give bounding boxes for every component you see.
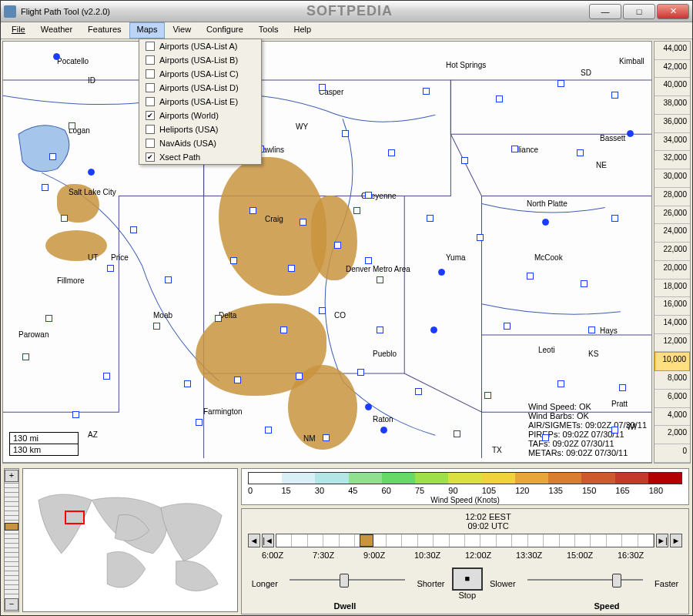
airport-marker[interactable] (53, 53, 60, 60)
zoom-in-button[interactable]: + (5, 470, 18, 482)
airport-marker[interactable] (461, 157, 468, 164)
menu-tools[interactable]: Tools (251, 22, 286, 38)
airport-marker[interactable] (300, 219, 306, 226)
airport-marker[interactable] (296, 373, 303, 380)
airport-marker[interactable] (103, 373, 110, 380)
menu-features[interactable]: Features (80, 22, 129, 38)
airport-marker[interactable] (415, 388, 422, 395)
airport-marker[interactable] (581, 280, 588, 287)
altitude-option[interactable]: 8,000 (654, 371, 690, 390)
dwell-slider[interactable] (290, 579, 405, 594)
airport-marker[interactable] (45, 315, 52, 322)
altitude-option[interactable]: 40,000 (654, 78, 690, 96)
airport-marker[interactable] (380, 427, 387, 434)
airport-marker[interactable] (130, 226, 137, 233)
airport-marker[interactable] (627, 130, 634, 137)
airport-marker[interactable] (249, 207, 256, 214)
speed-slider[interactable] (527, 579, 643, 594)
airport-marker[interactable] (280, 326, 287, 333)
airport-marker[interactable] (430, 326, 437, 333)
speed-thumb[interactable] (612, 574, 621, 588)
airport-marker[interactable] (557, 80, 564, 87)
altitude-option[interactable]: 22,000 (654, 243, 690, 261)
airport-marker[interactable] (542, 219, 549, 226)
airport-marker[interactable] (365, 257, 372, 264)
airport-marker[interactable] (388, 149, 395, 156)
menu-maps[interactable]: Maps (129, 22, 166, 38)
map-canvas[interactable]: 130 mi 130 km Wind Speed: OKWind Barbs: … (3, 42, 651, 463)
airport-marker[interactable] (577, 149, 584, 156)
airport-marker[interactable] (557, 380, 564, 387)
airport-marker[interactable] (527, 273, 534, 280)
time-jump-fwd[interactable]: ►| (656, 534, 668, 547)
airport-marker[interactable] (357, 369, 364, 376)
airport-marker[interactable] (234, 377, 241, 383)
maps-menu-item[interactable]: Airports (USA-List B) (139, 53, 261, 67)
altitude-option[interactable]: 0 (654, 444, 690, 463)
airport-marker[interactable] (438, 269, 445, 276)
airport-marker[interactable] (323, 434, 330, 441)
airport-marker[interactable] (107, 265, 114, 272)
airport-marker[interactable] (319, 307, 326, 314)
altitude-option[interactable]: 10,000 (654, 352, 690, 371)
altitude-option[interactable]: 16,000 (654, 297, 690, 316)
airport-marker[interactable] (288, 265, 295, 272)
airport-marker[interactable] (334, 242, 341, 249)
maps-menu-item[interactable]: Airports (USA-List C) (139, 67, 261, 81)
airport-marker[interactable] (377, 326, 383, 333)
airport-marker[interactable] (454, 430, 460, 437)
minimize-button[interactable]: — (589, 4, 621, 19)
altitude-option[interactable]: 26,000 (654, 206, 690, 225)
altitude-option[interactable]: 6,000 (654, 390, 690, 408)
airport-marker[interactable] (61, 215, 68, 222)
altitude-option[interactable]: 36,000 (654, 115, 690, 133)
altitude-option[interactable]: 32,000 (654, 151, 690, 169)
airport-marker[interactable] (619, 384, 626, 391)
time-jump-back[interactable]: |◄ (262, 534, 274, 547)
airport-marker[interactable] (353, 207, 360, 214)
maps-menu-item[interactable]: Airports (World) (139, 109, 261, 122)
altitude-selector[interactable]: 44,00042,00040,00038,00036,00034,00032,0… (654, 41, 691, 464)
airport-marker[interactable] (477, 234, 484, 241)
maps-menu-item[interactable]: Airports (USA-List E) (139, 95, 261, 109)
airport-marker[interactable] (504, 323, 511, 330)
airport-marker[interactable] (377, 276, 383, 283)
altitude-option[interactable]: 34,000 (654, 133, 690, 152)
airport-marker[interactable] (511, 146, 518, 152)
airport-marker[interactable] (196, 419, 203, 426)
airport-marker[interactable] (611, 92, 618, 99)
airport-marker[interactable] (365, 192, 372, 199)
airport-marker[interactable] (165, 276, 172, 283)
airport-marker[interactable] (496, 95, 503, 102)
zoom-slider[interactable]: + − (4, 468, 19, 612)
maps-menu-item[interactable]: Xsect Path (139, 150, 261, 164)
time-thumb[interactable] (360, 534, 373, 547)
altitude-option[interactable]: 14,000 (654, 316, 690, 334)
airport-marker[interactable] (611, 215, 618, 222)
airport-marker[interactable] (153, 323, 160, 330)
altitude-option[interactable]: 30,000 (654, 169, 690, 188)
zoom-out-button[interactable]: − (5, 598, 18, 611)
airport-marker[interactable] (184, 380, 191, 387)
menu-file[interactable]: File (4, 22, 33, 38)
airport-marker[interactable] (588, 326, 595, 333)
airport-marker[interactable] (49, 153, 56, 160)
menu-help[interactable]: Help (286, 22, 319, 38)
airport-marker[interactable] (72, 411, 79, 418)
airport-marker[interactable] (230, 257, 237, 264)
overview-map[interactable] (22, 468, 238, 612)
airport-marker[interactable] (427, 215, 434, 222)
airport-marker[interactable] (22, 353, 29, 360)
airport-marker[interactable] (423, 88, 430, 95)
altitude-option[interactable]: 38,000 (654, 96, 690, 115)
overview-viewport[interactable] (65, 511, 85, 524)
dwell-thumb[interactable] (340, 574, 349, 588)
maps-menu-item[interactable]: Airports (USA-List A) (139, 39, 261, 53)
maximize-button[interactable]: □ (623, 4, 655, 19)
menu-configure[interactable]: Configure (199, 22, 251, 38)
altitude-option[interactable]: 2,000 (654, 426, 690, 444)
altitude-option[interactable]: 42,000 (654, 60, 690, 79)
altitude-option[interactable]: 12,000 (654, 334, 690, 353)
maps-menu-item[interactable]: NavAids (USA) (139, 136, 261, 150)
zoom-track[interactable] (5, 483, 18, 598)
